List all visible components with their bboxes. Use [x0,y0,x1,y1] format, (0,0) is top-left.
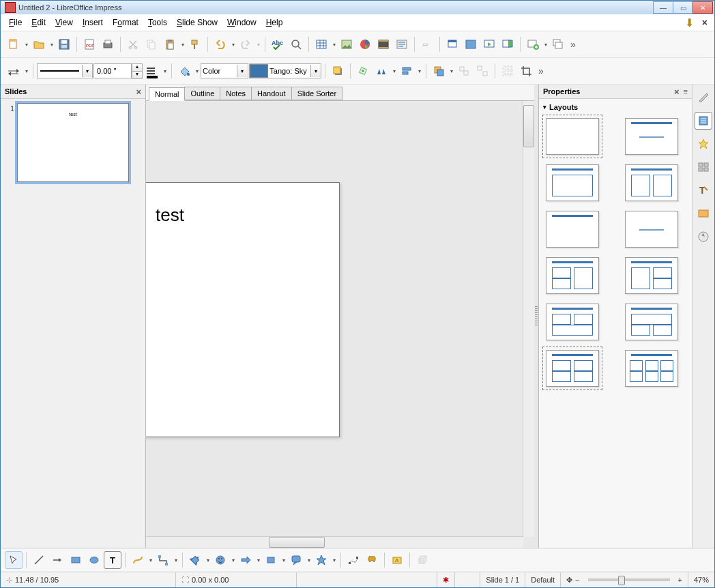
zoom-slider[interactable] [588,578,670,581]
ellipse-tool[interactable] [85,551,103,569]
menu-tools[interactable]: Tools [144,16,171,29]
properties-close[interactable]: × [674,87,680,97]
sidebar-master-icon[interactable]: T [695,181,712,199]
save-button[interactable] [55,35,73,53]
edit-points-tool[interactable] [345,551,362,569]
splitter[interactable] [534,85,538,548]
line-width-input[interactable] [93,63,132,78]
layout-title-only[interactable] [546,211,599,248]
extrusion-tool[interactable] [413,551,431,569]
block-arrows-tool[interactable]: ▾ [237,551,254,569]
toolbar-overflow-button[interactable]: » [568,39,579,50]
zoom-in-button[interactable]: + [678,576,682,584]
fill-button[interactable]: ▾ [175,62,193,80]
export-pdf-button[interactable]: PDF [81,35,98,53]
layout-title-two-over-one[interactable] [546,257,599,294]
fill-color-combo[interactable]: ▾ [249,63,321,78]
sidebar-navigator-icon[interactable] [695,228,712,246]
tab-handout[interactable]: Handout [251,87,292,100]
line-width-down[interactable]: ▼ [132,72,143,79]
copy-button[interactable] [143,35,160,53]
tab-normal[interactable]: Normal [149,87,185,101]
slide-from-current-button[interactable] [499,35,516,53]
slide-thumbnail[interactable]: 1 test [5,103,141,182]
textbox-tool[interactable]: T [104,551,121,569]
layout-title-one[interactable] [546,164,599,201]
properties-menu-icon[interactable]: ≡ [684,87,688,95]
insert-hyperlink-button[interactable]: ⇔ [418,35,436,53]
sidebar-animation-icon[interactable] [695,205,712,222]
spellcheck-button[interactable]: Abc [269,35,287,53]
menu-window[interactable]: Window [223,16,261,29]
zoom-button[interactable] [287,35,305,53]
group-button[interactable] [455,62,473,80]
arrow-tool[interactable] [48,551,66,569]
paste-button[interactable]: ▾ [161,35,179,53]
tab-outline[interactable]: Outline [184,87,220,100]
arrange-button[interactable]: ▾ [430,62,448,80]
undo-button[interactable]: ▾ [211,35,229,53]
toolbar2-overflow-button[interactable]: » [536,65,546,76]
maximize-button[interactable]: ▭ [673,1,693,14]
basic-shapes-tool[interactable]: ▾ [186,551,204,569]
slides-panel-close[interactable]: × [136,87,141,97]
redo-button[interactable]: ▾ [237,35,254,53]
shadow-button[interactable] [329,62,347,80]
insert-image-button[interactable] [338,35,355,53]
close-button[interactable]: ✕ [692,1,713,14]
menu-help[interactable]: Help [262,16,287,29]
curve-tool[interactable]: ▾ [129,551,147,569]
page-style[interactable]: Default [525,572,561,587]
insert-text-button[interactable] [393,35,411,53]
clone-formatting-button[interactable] [186,35,204,53]
tab-slide-sorter[interactable]: Slide Sorter [291,87,342,100]
menu-edit[interactable]: Edit [27,16,50,29]
new-button[interactable]: ▾ [5,35,23,53]
layout-two-over-one[interactable] [546,304,599,340]
arrow-style-button[interactable]: ▾ [5,62,23,80]
tab-notes[interactable]: Notes [220,87,252,100]
layout-title-content[interactable] [625,118,678,155]
flip-button[interactable]: ▾ [373,62,390,80]
new-slide-button[interactable]: ▾ [524,35,542,53]
rectangle-tool[interactable] [67,551,85,569]
insert-av-button[interactable] [375,35,392,53]
layout-centered[interactable] [625,211,678,248]
stars-tool[interactable]: ▾ [312,551,330,569]
slide-master-button[interactable] [443,35,461,53]
layouts-section-header[interactable]: ▾ Layouts [543,102,688,113]
gluepoints-tool[interactable] [363,551,381,569]
symbol-shapes-tool[interactable]: ▾ [211,551,229,569]
vertical-scrollbar[interactable] [523,101,534,537]
update-icon[interactable]: ⬇ [685,16,694,29]
fit-page-button[interactable]: ✥ [566,576,572,585]
connector-tool[interactable]: ▾ [154,551,172,569]
grid-button[interactable] [499,62,516,80]
flowchart-tool[interactable]: ▾ [262,551,280,569]
menu-format[interactable]: Format [108,16,143,29]
zoom-out-button[interactable]: − [575,576,579,584]
slide-title-text[interactable]: test [146,205,339,226]
layout-one-over-two[interactable] [625,304,678,340]
slide-layout-button[interactable] [462,35,480,53]
close-document-button[interactable]: × [699,17,710,28]
line-width-up[interactable]: ▲ [132,63,143,72]
print-button[interactable] [99,35,117,53]
horizontal-scrollbar[interactable] [146,536,523,548]
layout-six[interactable] [625,350,678,387]
menu-file[interactable]: File [5,16,26,29]
line-color-button[interactable]: ▾ [143,62,161,80]
select-tool[interactable] [5,551,23,569]
start-slideshow-button[interactable] [480,35,498,53]
align-button[interactable]: ▾ [398,62,415,80]
menu-insert[interactable]: Insert [78,16,107,29]
crop-button[interactable] [517,62,535,80]
ungroup-button[interactable] [473,62,491,80]
minimize-button[interactable]: — [653,1,673,14]
rotate-button[interactable] [354,62,372,80]
line-style-combo[interactable]: ▾ [37,63,93,78]
cut-button[interactable] [124,35,142,53]
zoom-percent[interactable]: 47% [688,572,714,587]
sidebar-properties-icon[interactable] [695,112,712,130]
insert-chart-button[interactable] [356,35,374,53]
